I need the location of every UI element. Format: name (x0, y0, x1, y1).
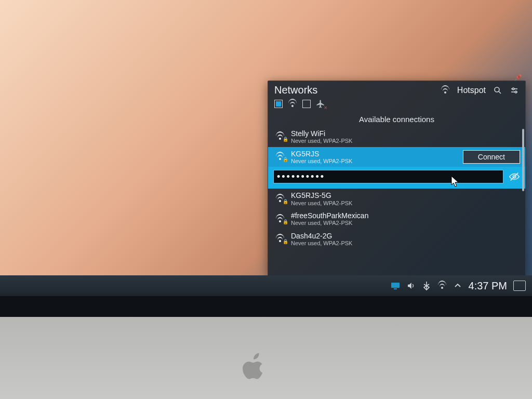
networks-popup: 📌 Networks Hotspot Available connections… (268, 81, 526, 276)
password-row (268, 167, 525, 189)
wired-toggle[interactable] (274, 100, 283, 108)
popup-header-actions: Hotspot (441, 86, 519, 95)
apple-logo-icon (239, 352, 270, 383)
password-input[interactable] (273, 170, 503, 183)
connection-list: 🔒 Stelly WiFi Never used, WPA2-PSK 🔒 KG5… (268, 127, 525, 276)
network-sub: Never used, WPA2-PSK (291, 220, 520, 227)
toggle-password-visibility-icon[interactable] (509, 171, 520, 182)
hotspot-label[interactable]: Hotspot (457, 86, 486, 95)
airplane-mode-icon[interactable] (316, 99, 325, 109)
svg-point-0 (495, 87, 499, 92)
available-connections-heading: Available connections (268, 113, 525, 127)
unknown-toggle[interactable] (302, 100, 311, 108)
svg-rect-8 (391, 283, 400, 288)
network-ssid: Stelly WiFi (291, 129, 520, 138)
network-ssid: KG5RJS-5G (291, 191, 520, 200)
svg-line-1 (499, 91, 501, 94)
wifi-secure-icon: 🔒 (273, 195, 287, 203)
list-item[interactable]: 🔒 Stelly WiFi Never used, WPA2-PSK (268, 127, 525, 147)
popup-filter-toolbar (268, 97, 525, 113)
wifi-secure-icon: 🔒 (273, 235, 287, 243)
tray-network-icon[interactable] (437, 281, 447, 290)
list-item[interactable]: 🔒 Dash4u2-2G Never used, WPA2-PSK (268, 229, 525, 249)
svg-point-5 (515, 91, 517, 93)
monitor-bezel (0, 296, 532, 399)
connect-button[interactable]: Connect (463, 150, 520, 164)
network-sub: Never used, WPA2-PSK (291, 240, 520, 247)
svg-rect-9 (394, 288, 397, 289)
wifi-icon (441, 86, 450, 95)
list-item[interactable]: 🔒 KG5RJS-5G Never used, WPA2-PSK (268, 189, 525, 209)
tray-volume-icon[interactable] (406, 281, 416, 290)
wifi-secure-icon: 🔒 (273, 133, 287, 140)
network-sub: Never used, WPA2-PSK (291, 138, 520, 144)
tray-monitor-icon[interactable] (391, 281, 400, 290)
popup-header: Networks Hotspot (268, 81, 525, 97)
taskbar-clock[interactable]: 4:37 PM (469, 280, 507, 292)
search-icon[interactable] (493, 86, 502, 95)
network-ssid: #freeSouthParkMexican (291, 211, 520, 220)
pin-icon[interactable]: 📌 (514, 74, 522, 81)
wifi-toggle-icon[interactable] (288, 99, 297, 109)
tray-chevron-up-icon[interactable] (453, 281, 462, 290)
taskbar: 4:37 PM (0, 275, 532, 296)
settings-sliders-icon[interactable] (510, 86, 519, 95)
network-ssid: Dash4u2-2G (291, 232, 520, 240)
scrollbar[interactable] (522, 129, 524, 191)
network-sub: Never used, WPA2-PSK (291, 158, 459, 165)
list-item[interactable]: 🔒 KG5RJS Never used, WPA2-PSK Connect (268, 147, 525, 167)
network-ssid: KG5RJS (291, 150, 459, 158)
tray-bluetooth-icon[interactable] (422, 281, 431, 290)
wifi-secure-icon: 🔒 (273, 153, 287, 161)
svg-point-4 (512, 88, 514, 90)
wifi-secure-icon: 🔒 (273, 216, 287, 223)
network-sub: Never used, WPA2-PSK (291, 200, 520, 207)
show-desktop-button[interactable] (513, 281, 526, 291)
popup-title: Networks (274, 84, 317, 96)
list-item[interactable]: 🔒 #freeSouthParkMexican Never used, WPA2… (268, 209, 525, 229)
